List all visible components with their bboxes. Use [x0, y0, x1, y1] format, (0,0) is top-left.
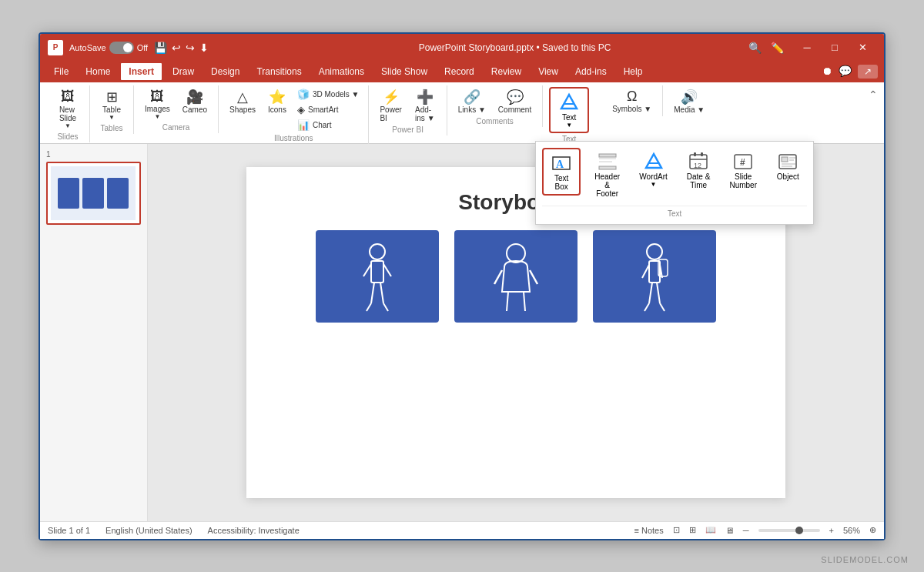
svg-line-27 — [371, 283, 374, 303]
share-btn[interactable]: ↗ — [858, 65, 878, 79]
svg-rect-13 — [701, 152, 703, 156]
text-dropdown-panel: A TextBox Header& F — [535, 141, 814, 225]
object-icon — [777, 151, 798, 172]
ribbon-collapse[interactable]: ⌃ — [869, 85, 878, 101]
autosave-label: AutoSave — [69, 43, 106, 52]
3d-models-button[interactable]: 🧊 3D Models ▼ — [294, 87, 362, 102]
svg-line-26 — [383, 264, 391, 276]
autosave-toggle[interactable] — [109, 42, 134, 54]
svg-line-33 — [530, 270, 537, 284]
undo-icon[interactable]: ↩ — [172, 42, 181, 54]
smartart-button[interactable]: ◈ SmartArt — [294, 102, 362, 117]
minimize-button[interactable]: ─ — [793, 34, 821, 62]
language: English (United States) — [105, 526, 192, 535]
icons-button[interactable]: ⭐ Icons — [262, 87, 293, 115]
new-slide-button[interactable]: 🖼 NewSlide ▼ — [52, 87, 83, 131]
search-icon[interactable]: 🔍 — [748, 42, 762, 54]
powerbi-group-label: Power BI — [392, 125, 424, 134]
menu-view[interactable]: View — [531, 63, 566, 80]
ribbon-group-symbols: Ω Symbols ▼ — [601, 85, 663, 116]
links-button[interactable]: 🔗 Links ▼ — [454, 87, 490, 115]
table-button[interactable]: ⊞ Table ▼ — [96, 87, 127, 122]
wordart-button[interactable]: WordArt ▼ — [634, 148, 673, 191]
zoom-out-btn[interactable]: ─ — [743, 526, 749, 535]
svg-rect-24 — [371, 261, 383, 283]
slides-panel: 1 — [40, 144, 148, 521]
presenter-view-icon[interactable]: 🖥 — [725, 526, 734, 535]
menu-addins[interactable]: Add-ins — [567, 63, 614, 80]
text-button[interactable]: Text ▼ — [549, 87, 589, 133]
person-figure-3 — [608, 238, 701, 323]
chart-button[interactable]: 📊 Chart — [294, 118, 362, 132]
date-time-icon: 12 — [688, 151, 709, 172]
slide-thumbnail[interactable] — [46, 162, 141, 225]
slide-mini-img-3 — [107, 178, 129, 209]
status-bar-right: ≡ Notes ⊡ ⊞ 📖 🖥 ─ + 56% ⊕ — [634, 525, 876, 535]
menu-home[interactable]: Home — [78, 63, 118, 80]
save-icon[interactable]: 💾 — [154, 42, 167, 54]
menu-slideshow[interactable]: Slide Show — [373, 63, 435, 80]
redo-icon[interactable]: ↪ — [186, 42, 195, 54]
svg-line-28 — [380, 283, 383, 303]
svg-rect-12 — [694, 152, 696, 156]
svg-marker-8 — [646, 154, 661, 168]
title-bar: P AutoSave Off 💾 ↩ ↪ ⬇ PowerPoint Sto — [40, 34, 884, 62]
textbox-label: TextBox — [554, 174, 568, 191]
menu-insert[interactable]: Insert — [119, 62, 163, 82]
header-footer-button[interactable]: Header& Footer — [587, 148, 628, 201]
shapes-button[interactable]: △ Shapes — [225, 87, 260, 115]
notes-icon: ≡ — [634, 526, 639, 535]
comment-button[interactable]: 💬 Comment — [494, 87, 536, 115]
menu-draw[interactable]: Draw — [165, 63, 202, 80]
images-button[interactable]: 🖼 Images ▼ — [140, 87, 175, 122]
menu-record[interactable]: Record — [437, 63, 482, 80]
date-time-button[interactable]: 12 Date &Time — [679, 148, 718, 192]
addins-button[interactable]: ➕ Add-ins ▼ — [410, 87, 440, 124]
svg-marker-0 — [561, 95, 577, 109]
header-footer-label: Header& Footer — [593, 172, 621, 198]
pen-icon[interactable]: ✏️ — [771, 42, 784, 54]
slide-mini-preview — [51, 166, 136, 220]
cameo-button[interactable]: 🎥 Cameo — [178, 87, 212, 122]
svg-line-43 — [644, 303, 649, 311]
svg-rect-5 — [599, 166, 616, 169]
svg-rect-18 — [782, 157, 788, 162]
zoom-slider[interactable] — [758, 529, 820, 532]
fit-slide-btn[interactable]: ⊕ — [869, 525, 876, 535]
close-button[interactable]: ✕ — [849, 34, 876, 62]
tables-group-label: Tables — [101, 124, 123, 132]
menu-review[interactable]: Review — [484, 63, 529, 80]
text-btn-label: Text — [562, 113, 576, 122]
maximize-button[interactable]: □ — [821, 34, 849, 62]
symbols-button[interactable]: Ω Symbols ▼ — [608, 87, 656, 115]
record-btn[interactable]: ⏺ — [822, 65, 832, 79]
menu-animations[interactable]: Animations — [311, 63, 372, 80]
window-controls: ─ □ ✕ — [793, 34, 876, 62]
svg-line-39 — [642, 265, 649, 278]
notes-button[interactable]: ≡ Notes — [634, 526, 664, 535]
menu-help[interactable]: Help — [616, 63, 651, 80]
media-button[interactable]: 🔊 Media ▼ — [669, 87, 709, 115]
menu-design[interactable]: Design — [203, 63, 247, 80]
powerbi-button[interactable]: ⚡ PowerBI — [375, 87, 406, 124]
customize-icon[interactable]: ⬇ — [199, 42, 209, 54]
slide-mini-img-2 — [82, 178, 104, 209]
comment-icon[interactable]: 💬 — [839, 65, 852, 79]
svg-line-41 — [649, 283, 652, 303]
ribbon-group-slides: 🖼 NewSlide ▼ Slides — [46, 85, 90, 142]
view-normal-icon[interactable]: ⊡ — [673, 525, 680, 535]
object-button[interactable]: Object — [768, 148, 807, 184]
slide-info: Slide 1 of 1 — [48, 526, 90, 535]
window-title: PowerPoint Storyboard.pptx • Saved to th… — [281, 42, 748, 53]
slide-number-button[interactable]: # SlideNumber — [724, 148, 762, 192]
view-reading-icon[interactable]: 📖 — [705, 525, 716, 535]
wordart-label: WordArt — [639, 172, 668, 181]
view-grid-icon[interactable]: ⊞ — [689, 525, 696, 535]
textbox-button[interactable]: A TextBox — [542, 148, 581, 196]
textbox-icon: A — [551, 152, 572, 174]
ribbon-group-images: 🖼 Images ▼ 🎥 Cameo Camera — [134, 85, 219, 133]
zoom-in-btn[interactable]: + — [829, 526, 834, 535]
menu-file[interactable]: File — [46, 63, 76, 80]
wordart-icon — [643, 151, 665, 172]
menu-transitions[interactable]: Transitions — [249, 63, 309, 80]
